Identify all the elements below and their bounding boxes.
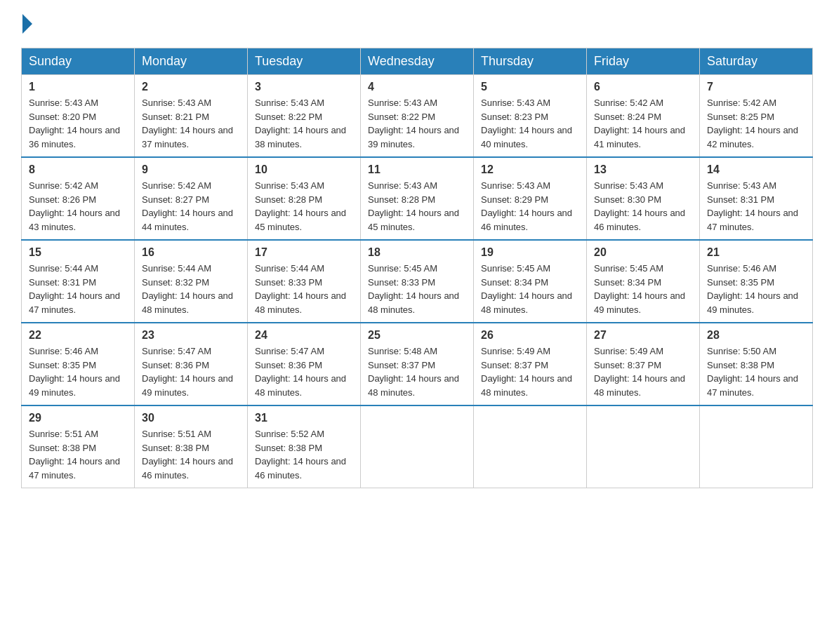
calendar-cell: 18 Sunrise: 5:45 AM Sunset: 8:33 PM Dayl… [361, 240, 474, 323]
day-info: Sunrise: 5:52 AM Sunset: 8:38 PM Dayligh… [255, 427, 353, 482]
column-header-sunday: Sunday [22, 48, 135, 75]
calendar-cell: 15 Sunrise: 5:44 AM Sunset: 8:31 PM Dayl… [22, 240, 135, 323]
day-number: 15 [29, 246, 127, 259]
day-info: Sunrise: 5:46 AM Sunset: 8:35 PM Dayligh… [29, 344, 127, 399]
day-info: Sunrise: 5:42 AM Sunset: 8:25 PM Dayligh… [707, 96, 805, 151]
day-number: 25 [368, 329, 466, 342]
calendar-cell: 26 Sunrise: 5:49 AM Sunset: 8:37 PM Dayl… [474, 323, 587, 405]
day-info: Sunrise: 5:51 AM Sunset: 8:38 PM Dayligh… [142, 427, 240, 482]
day-info: Sunrise: 5:44 AM Sunset: 8:33 PM Dayligh… [255, 262, 353, 316]
calendar-cell: 31 Sunrise: 5:52 AM Sunset: 8:38 PM Dayl… [248, 405, 361, 488]
day-number: 4 [368, 81, 466, 93]
day-info: Sunrise: 5:43 AM Sunset: 8:21 PM Dayligh… [142, 96, 240, 151]
day-number: 26 [481, 329, 579, 342]
day-number: 19 [481, 246, 579, 259]
calendar-cell [361, 405, 474, 488]
column-header-monday: Monday [135, 48, 248, 75]
day-number: 8 [29, 163, 127, 176]
calendar-cell: 19 Sunrise: 5:45 AM Sunset: 8:34 PM Dayl… [474, 240, 587, 323]
day-number: 1 [29, 81, 127, 93]
day-number: 30 [142, 412, 240, 424]
calendar-cell: 27 Sunrise: 5:49 AM Sunset: 8:37 PM Dayl… [587, 323, 700, 405]
day-number: 28 [707, 329, 805, 342]
calendar-cell: 1 Sunrise: 5:43 AM Sunset: 8:20 PM Dayli… [22, 75, 135, 158]
calendar-cell: 8 Sunrise: 5:42 AM Sunset: 8:26 PM Dayli… [22, 157, 135, 240]
day-number: 13 [594, 163, 692, 176]
day-info: Sunrise: 5:47 AM Sunset: 8:36 PM Dayligh… [255, 344, 353, 399]
column-header-wednesday: Wednesday [361, 48, 474, 75]
day-info: Sunrise: 5:43 AM Sunset: 8:22 PM Dayligh… [255, 96, 353, 151]
calendar-cell: 3 Sunrise: 5:43 AM Sunset: 8:22 PM Dayli… [248, 75, 361, 158]
calendar-cell: 22 Sunrise: 5:46 AM Sunset: 8:35 PM Dayl… [22, 323, 135, 405]
day-info: Sunrise: 5:50 AM Sunset: 8:38 PM Dayligh… [707, 344, 805, 399]
day-number: 18 [368, 246, 466, 259]
day-info: Sunrise: 5:47 AM Sunset: 8:36 PM Dayligh… [142, 344, 240, 399]
calendar-cell: 16 Sunrise: 5:44 AM Sunset: 8:32 PM Dayl… [135, 240, 248, 323]
day-info: Sunrise: 5:45 AM Sunset: 8:34 PM Dayligh… [481, 262, 579, 316]
column-header-friday: Friday [587, 48, 700, 75]
calendar-cell: 14 Sunrise: 5:43 AM Sunset: 8:31 PM Dayl… [700, 157, 813, 240]
calendar-cell [587, 405, 700, 488]
day-number: 24 [255, 329, 353, 342]
calendar-cell: 6 Sunrise: 5:42 AM Sunset: 8:24 PM Dayli… [587, 75, 700, 158]
day-info: Sunrise: 5:45 AM Sunset: 8:34 PM Dayligh… [594, 262, 692, 316]
calendar-cell: 30 Sunrise: 5:51 AM Sunset: 8:38 PM Dayl… [135, 405, 248, 488]
calendar-cell: 12 Sunrise: 5:43 AM Sunset: 8:29 PM Dayl… [474, 157, 587, 240]
day-info: Sunrise: 5:42 AM Sunset: 8:24 PM Dayligh… [594, 96, 692, 151]
calendar-cell [474, 405, 587, 488]
calendar-cell: 2 Sunrise: 5:43 AM Sunset: 8:21 PM Dayli… [135, 75, 248, 158]
logo [21, 14, 34, 34]
day-info: Sunrise: 5:51 AM Sunset: 8:38 PM Dayligh… [29, 427, 127, 482]
calendar-cell: 5 Sunrise: 5:43 AM Sunset: 8:23 PM Dayli… [474, 75, 587, 158]
calendar-week-row: 22 Sunrise: 5:46 AM Sunset: 8:35 PM Dayl… [22, 323, 813, 405]
calendar-week-row: 15 Sunrise: 5:44 AM Sunset: 8:31 PM Dayl… [22, 240, 813, 323]
day-info: Sunrise: 5:42 AM Sunset: 8:27 PM Dayligh… [142, 179, 240, 234]
calendar-cell: 4 Sunrise: 5:43 AM Sunset: 8:22 PM Dayli… [361, 75, 474, 158]
calendar-cell: 21 Sunrise: 5:46 AM Sunset: 8:35 PM Dayl… [700, 240, 813, 323]
calendar-cell: 20 Sunrise: 5:45 AM Sunset: 8:34 PM Dayl… [587, 240, 700, 323]
day-number: 5 [481, 81, 579, 93]
calendar-cell: 28 Sunrise: 5:50 AM Sunset: 8:38 PM Dayl… [700, 323, 813, 405]
day-number: 9 [142, 163, 240, 176]
day-number: 14 [707, 163, 805, 176]
day-number: 12 [481, 163, 579, 176]
column-header-tuesday: Tuesday [248, 48, 361, 75]
day-info: Sunrise: 5:44 AM Sunset: 8:32 PM Dayligh… [142, 262, 240, 316]
day-number: 6 [594, 81, 692, 93]
logo-arrow-icon [22, 14, 32, 34]
calendar-cell: 25 Sunrise: 5:48 AM Sunset: 8:37 PM Dayl… [361, 323, 474, 405]
day-number: 21 [707, 246, 805, 259]
calendar-week-row: 8 Sunrise: 5:42 AM Sunset: 8:26 PM Dayli… [22, 157, 813, 240]
calendar-cell: 29 Sunrise: 5:51 AM Sunset: 8:38 PM Dayl… [22, 405, 135, 488]
page-header [21, 14, 813, 34]
day-info: Sunrise: 5:43 AM Sunset: 8:31 PM Dayligh… [707, 179, 805, 234]
day-number: 7 [707, 81, 805, 93]
calendar-cell: 9 Sunrise: 5:42 AM Sunset: 8:27 PM Dayli… [135, 157, 248, 240]
calendar-cell [700, 405, 813, 488]
calendar-week-row: 29 Sunrise: 5:51 AM Sunset: 8:38 PM Dayl… [22, 405, 813, 488]
day-info: Sunrise: 5:45 AM Sunset: 8:33 PM Dayligh… [368, 262, 466, 316]
day-info: Sunrise: 5:42 AM Sunset: 8:26 PM Dayligh… [29, 179, 127, 234]
day-number: 31 [255, 412, 353, 424]
day-info: Sunrise: 5:43 AM Sunset: 8:20 PM Dayligh… [29, 96, 127, 151]
day-number: 23 [142, 329, 240, 342]
day-info: Sunrise: 5:43 AM Sunset: 8:22 PM Dayligh… [368, 96, 466, 151]
column-header-saturday: Saturday [700, 48, 813, 75]
day-number: 2 [142, 81, 240, 93]
calendar-header-row: SundayMondayTuesdayWednesdayThursdayFrid… [22, 48, 813, 75]
day-number: 11 [368, 163, 466, 176]
calendar-cell: 17 Sunrise: 5:44 AM Sunset: 8:33 PM Dayl… [248, 240, 361, 323]
day-info: Sunrise: 5:48 AM Sunset: 8:37 PM Dayligh… [368, 344, 466, 399]
day-number: 22 [29, 329, 127, 342]
calendar-cell: 13 Sunrise: 5:43 AM Sunset: 8:30 PM Dayl… [587, 157, 700, 240]
day-number: 29 [29, 412, 127, 424]
day-number: 10 [255, 163, 353, 176]
day-number: 17 [255, 246, 353, 259]
day-info: Sunrise: 5:43 AM Sunset: 8:29 PM Dayligh… [481, 179, 579, 234]
column-header-thursday: Thursday [474, 48, 587, 75]
calendar-cell: 10 Sunrise: 5:43 AM Sunset: 8:28 PM Dayl… [248, 157, 361, 240]
calendar-cell: 11 Sunrise: 5:43 AM Sunset: 8:28 PM Dayl… [361, 157, 474, 240]
day-info: Sunrise: 5:43 AM Sunset: 8:28 PM Dayligh… [255, 179, 353, 234]
day-info: Sunrise: 5:49 AM Sunset: 8:37 PM Dayligh… [481, 344, 579, 399]
calendar-table: SundayMondayTuesdayWednesdayThursdayFrid… [21, 48, 813, 488]
